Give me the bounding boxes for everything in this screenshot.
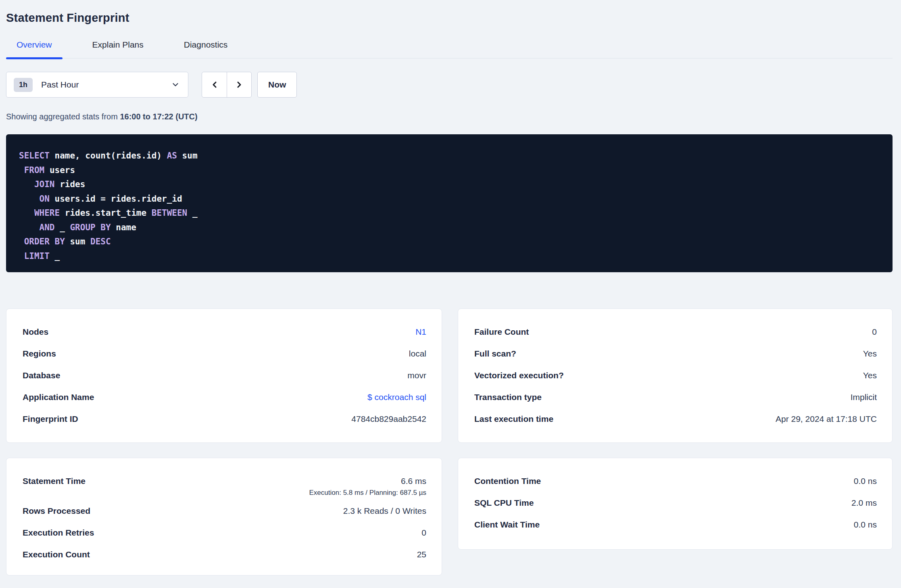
row-label: Full scan? [474, 349, 516, 359]
row-value: Yes [863, 349, 877, 359]
tab-explain-plans[interactable]: Explain Plans [82, 40, 154, 58]
now-button[interactable]: Now [257, 72, 297, 98]
sql-text [19, 165, 24, 175]
sql-keyword: FROM [24, 165, 45, 175]
info-row-transaction-type: Transaction type Implicit [474, 386, 877, 408]
row-value: Yes [863, 371, 877, 380]
row-subvalue: Execution: 5.8 ms / Planning: 687.5 µs [309, 489, 426, 500]
time-range-dropdown[interactable]: 1h Past Hour [6, 72, 188, 98]
sql-keyword: BETWEEN [152, 208, 188, 218]
execution-attributes-card: Failure Count 0 Full scan? Yes Vectorize… [458, 309, 893, 443]
stats-line-prefix: Showing aggregated stats from [6, 112, 120, 121]
info-row-statement-time: Statement Time 6.6 ms Execution: 5.8 ms … [23, 470, 426, 500]
statement-timings-card: Statement Time 6.6 ms Execution: 5.8 ms … [6, 458, 442, 575]
row-value: 2.0 ms [851, 498, 877, 508]
sql-keyword: AND [40, 223, 55, 232]
sql-line: ON users.id = rides.rider_id [19, 192, 880, 206]
previous-time-button[interactable] [202, 72, 227, 97]
row-label: Client Wait Time [474, 520, 540, 530]
sql-text [19, 237, 24, 246]
sql-keyword: JOIN [34, 179, 55, 189]
sql-keyword: SELECT [19, 151, 50, 161]
row-label: Execution Count [23, 550, 90, 559]
info-row-execution-retries: Execution Retries 0 [23, 522, 426, 544]
sql-text: sum [177, 151, 198, 161]
tab-diagnostics[interactable]: Diagnostics [173, 40, 238, 58]
sql-text [19, 208, 34, 218]
sql-keyword: WHERE [34, 208, 60, 218]
row-label: Regions [23, 349, 56, 359]
sql-line: WHERE rides.start_time BETWEEN _ [19, 206, 880, 221]
time-step-buttons [202, 72, 252, 98]
info-row-nodes: Nodes N1 [23, 321, 426, 343]
sql-line: LIMIT _ [19, 249, 880, 264]
sql-text: users [44, 165, 75, 175]
info-row-client-wait-time: Client Wait Time 0.0 ns [474, 514, 877, 536]
row-label: Last execution time [474, 414, 553, 424]
info-row-failure-count: Failure Count 0 [474, 321, 877, 343]
row-label: Failure Count [474, 327, 529, 337]
sql-statement-box: SELECT name, count(rides.id) AS sum FROM… [6, 134, 893, 272]
sql-text: name [111, 223, 136, 232]
row-value: Apr 29, 2024 at 17:18 UTC [776, 414, 877, 424]
row-value: Implicit [851, 392, 877, 402]
row-value: 0 [872, 327, 877, 337]
sql-text: name, count(rides.id) [50, 151, 167, 161]
row-value: 0 [421, 528, 426, 538]
nodes-link[interactable]: N1 [415, 327, 426, 336]
sql-keyword: AS [167, 151, 177, 161]
sql-line: SELECT name, count(rides.id) AS sum [19, 149, 880, 163]
row-value: 4784cb829aab2542 [351, 414, 426, 424]
row-label: Statement Time [23, 470, 86, 492]
sql-text [19, 194, 40, 204]
row-value: movr [407, 371, 426, 380]
sql-text: _ [187, 208, 197, 218]
tab-overview[interactable]: Overview [6, 40, 63, 58]
row-label: Database [23, 371, 60, 380]
sql-keyword: DESC [90, 237, 111, 246]
info-row-sql-cpu-time: SQL CPU Time 2.0 ms [474, 492, 877, 514]
info-row-contention-time: Contention Time 0.0 ns [474, 470, 877, 492]
row-label: Application Name [23, 392, 94, 402]
sql-text: _ [50, 251, 60, 261]
row-label: Rows Processed [23, 506, 90, 516]
row-label: Execution Retries [23, 528, 94, 538]
info-row-database: Database movr [23, 365, 426, 386]
wait-timings-card: Contention Time 0.0 ns SQL CPU Time 2.0 … [458, 458, 893, 550]
row-label: Contention Time [474, 476, 541, 486]
summary-cards-grid: Nodes N1 Regions local Database movr App… [6, 309, 893, 575]
info-row-application-name: Application Name $ cockroach sql [23, 386, 426, 408]
sql-text: sum [65, 237, 90, 246]
next-time-button[interactable] [227, 72, 251, 97]
info-row-regions: Regions local [23, 343, 426, 365]
tab-bar: Overview Explain Plans Diagnostics [6, 40, 893, 58]
application-name-link[interactable]: $ cockroach sql [367, 392, 426, 402]
sql-keyword: ORDER BY [24, 237, 65, 246]
info-row-last-execution-time: Last execution time Apr 29, 2024 at 17:1… [474, 408, 877, 430]
chevron-left-icon [210, 80, 219, 90]
sql-text [19, 223, 40, 232]
sql-text: rides [55, 179, 86, 189]
row-label: SQL CPU Time [474, 498, 534, 508]
row-value: 0.0 ns [854, 520, 877, 530]
row-value: 0.0 ns [854, 476, 877, 486]
chevron-right-icon [234, 80, 244, 90]
sql-keyword: GROUP BY [70, 223, 111, 232]
sql-line: AND _ GROUP BY name [19, 221, 880, 235]
stats-line-range: 16:00 to 17:22 (UTC) [120, 112, 197, 121]
overview-details-card: Nodes N1 Regions local Database movr App… [6, 309, 442, 443]
sql-text: rides.start_time [60, 208, 152, 218]
info-row-execution-count: Execution Count 25 [23, 544, 426, 565]
row-value: 2.3 k Reads / 0 Writes [343, 506, 426, 516]
sql-line: JOIN rides [19, 177, 880, 192]
sql-line: FROM users [19, 163, 880, 178]
sql-keyword: ON [40, 194, 50, 204]
row-label: Fingerprint ID [23, 414, 78, 424]
statement-fingerprint-page: Statement Fingerprint Overview Explain P… [0, 0, 901, 588]
row-label: Nodes [23, 327, 48, 337]
info-row-rows-processed: Rows Processed 2.3 k Reads / 0 Writes [23, 500, 426, 522]
aggregated-stats-line: Showing aggregated stats from 16:00 to 1… [6, 112, 893, 121]
sql-text [19, 179, 34, 189]
row-label: Transaction type [474, 392, 542, 402]
row-value: local [409, 349, 426, 359]
